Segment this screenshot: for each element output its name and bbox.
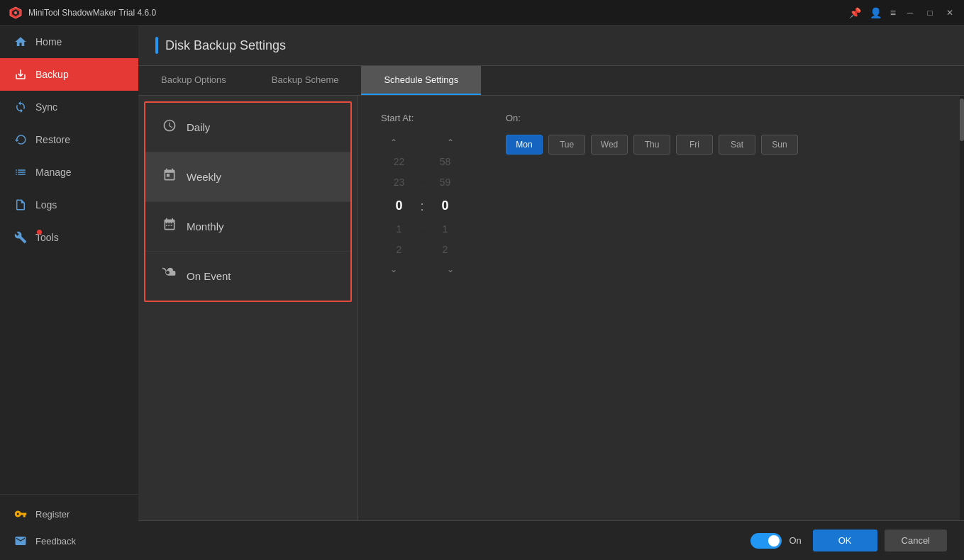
app-title: MiniTool ShadowMaker Trial 4.6.0 xyxy=(28,8,849,18)
maximize-button[interactable]: □ xyxy=(924,7,936,18)
schedule-settings-panel: Start At: ⌃ ⌃ xyxy=(358,96,964,520)
minute-down-col: ⌄ xyxy=(438,262,463,277)
hour-prev1: 23 xyxy=(394,174,405,191)
day-thu[interactable]: Thu xyxy=(633,135,670,155)
hour-down-button[interactable]: ⌄ xyxy=(384,262,403,277)
minute-prev1: 59 xyxy=(440,174,451,191)
start-at-section: Start At: ⌃ ⌃ xyxy=(381,113,463,277)
sidebar-item-backup[interactable]: Backup xyxy=(0,58,138,91)
sidebar-label-manage: Manage xyxy=(35,167,72,178)
sidebar-label-home: Home xyxy=(35,36,62,47)
window-controls: 📌 👤 ≡ ─ □ ✕ xyxy=(849,7,955,18)
page-header: Disk Backup Settings xyxy=(138,26,964,66)
sidebar-item-register[interactable]: Register xyxy=(0,500,138,527)
sidebar-label-restore: Restore xyxy=(35,134,70,145)
on-label: On: xyxy=(506,113,521,123)
svg-point-2 xyxy=(14,11,17,14)
sidebar-item-home[interactable]: Home xyxy=(0,26,138,58)
minute-prev2: 58 xyxy=(440,153,451,171)
on-section: On: Mon Tue Wed xyxy=(506,113,798,155)
time-spinner: ⌃ ⌃ 22 xyxy=(381,135,463,277)
tab-backup-scheme[interactable]: Backup Scheme xyxy=(249,66,362,95)
sidebar-label-logs: Logs xyxy=(35,199,57,211)
schedule-type-weekly[interactable]: Weekly xyxy=(145,152,350,202)
minute-next2: 2 xyxy=(443,241,448,259)
schedule-type-weekly-label: Weekly xyxy=(187,171,221,183)
minute-next1: 1 xyxy=(443,220,448,238)
tab-backup-options[interactable]: Backup Options xyxy=(138,66,249,95)
days-row: Mon Tue Wed Thu xyxy=(506,135,798,155)
tabs-row: Backup Options Backup Scheme Schedule Se… xyxy=(138,66,964,96)
time-down-arrows: ⌄ ⌄ xyxy=(381,262,463,277)
tools-icon xyxy=(14,231,27,244)
hour-up-col: ⌃ xyxy=(381,135,406,150)
day-mon[interactable]: Mon xyxy=(506,135,543,155)
sidebar-label-backup: Backup xyxy=(35,69,69,80)
sidebar-item-manage[interactable]: Manage xyxy=(0,156,138,189)
sync-icon xyxy=(14,101,27,113)
pin-icon[interactable]: 📌 xyxy=(849,7,861,18)
sidebar-label-sync: Sync xyxy=(35,101,57,113)
separator2: : xyxy=(420,176,423,191)
sidebar: Home Backup Sync Restore xyxy=(0,26,138,560)
minute-down-button[interactable]: ⌄ xyxy=(441,262,460,277)
menu-icon[interactable]: ≡ xyxy=(890,7,896,18)
hour-down-col: ⌄ xyxy=(381,262,406,277)
hour-next2: 2 xyxy=(397,241,402,259)
sidebar-item-tools[interactable]: Tools xyxy=(0,221,138,254)
time-colon: : xyxy=(420,199,423,214)
schedule-type-monthly-label: Monthly xyxy=(187,220,224,233)
calendar-week-icon xyxy=(162,168,177,186)
sidebar-item-sync[interactable]: Sync xyxy=(0,91,138,123)
time-row-next1: 1 : 1 xyxy=(386,220,458,238)
day-sat[interactable]: Sat xyxy=(719,135,755,155)
day-fri[interactable]: Fri xyxy=(676,135,713,155)
schedule-type-monthly[interactable]: Monthly xyxy=(145,202,350,252)
minimize-button[interactable]: ─ xyxy=(904,7,916,18)
separator1: : xyxy=(420,155,423,170)
calendar-month-icon xyxy=(162,218,177,235)
ok-button[interactable]: OK xyxy=(813,530,877,551)
schedule-type-daily[interactable]: Daily xyxy=(145,103,350,152)
sidebar-nav: Home Backup Sync Restore xyxy=(0,26,138,494)
separator4: : xyxy=(420,243,423,258)
scroll-track xyxy=(960,96,964,520)
sidebar-item-logs[interactable]: Logs xyxy=(0,189,138,221)
titlebar: MiniTool ShadowMaker Trial 4.6.0 📌 👤 ≡ ─… xyxy=(0,0,964,26)
hour-up-button[interactable]: ⌃ xyxy=(384,135,403,150)
time-row-current: 0 : 0 xyxy=(386,194,458,217)
minute-up-button[interactable]: ⌃ xyxy=(441,135,460,150)
backup-icon xyxy=(14,68,27,81)
account-icon[interactable]: 👤 xyxy=(870,7,882,18)
action-buttons: OK Cancel xyxy=(813,530,947,551)
settings-body: Daily Weekly xyxy=(138,96,964,520)
toggle-section: On xyxy=(750,533,801,549)
separator3: : xyxy=(420,223,423,237)
schedule-type-on-event-label: On Event xyxy=(187,270,231,282)
close-button[interactable]: ✕ xyxy=(944,7,955,18)
sidebar-item-feedback[interactable]: Feedback xyxy=(0,527,138,554)
day-wed[interactable]: Wed xyxy=(591,135,628,155)
tab-schedule-settings[interactable]: Schedule Settings xyxy=(361,66,481,95)
schedule-section: Start At: ⌃ ⌃ xyxy=(381,113,941,277)
hour-prev2: 22 xyxy=(394,153,405,171)
day-tue[interactable]: Tue xyxy=(548,135,585,155)
schedule-type-daily-label: Daily xyxy=(187,121,210,133)
feedback-icon xyxy=(14,534,27,547)
sidebar-footer: Register Feedback xyxy=(0,494,138,560)
time-row-next2: 2 : 2 xyxy=(386,241,458,259)
tools-badge xyxy=(37,230,42,235)
time-row-prev1: 23 : 59 xyxy=(386,174,458,191)
schedule-type-on-event[interactable]: On Event xyxy=(145,252,350,301)
register-icon xyxy=(14,508,27,520)
sidebar-item-restore[interactable]: Restore xyxy=(0,123,138,156)
schedule-toggle[interactable] xyxy=(750,533,782,549)
toggle-label: On xyxy=(789,535,801,546)
content-area: Disk Backup Settings Backup Options Back… xyxy=(138,26,964,560)
cancel-button[interactable]: Cancel xyxy=(885,530,947,551)
page-title: Disk Backup Settings xyxy=(165,38,286,53)
bottom-bar: On OK Cancel xyxy=(138,520,964,560)
scroll-thumb[interactable] xyxy=(960,99,964,141)
day-sun[interactable]: Sun xyxy=(761,135,798,155)
sidebar-label-feedback: Feedback xyxy=(35,536,76,547)
